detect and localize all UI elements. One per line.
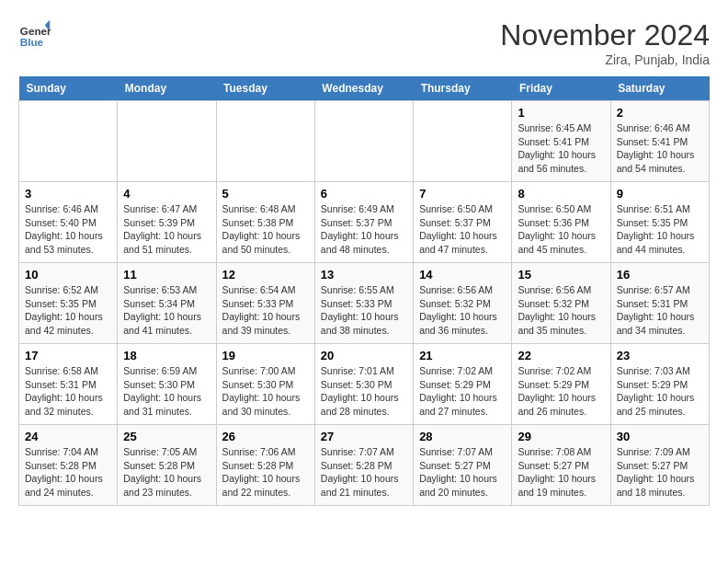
day-info: Sunrise: 6:50 AM Sunset: 5:36 PM Dayligh… <box>518 202 604 257</box>
weekday-header-friday: Friday <box>512 76 610 101</box>
day-info: Sunrise: 6:45 AM Sunset: 5:41 PM Dayligh… <box>518 121 604 176</box>
day-info: Sunrise: 6:59 AM Sunset: 5:30 PM Dayligh… <box>123 364 210 419</box>
day-number: 7 <box>419 187 506 201</box>
day-number: 30 <box>617 430 703 443</box>
calendar-cell: 27Sunrise: 7:07 AM Sunset: 5:28 PM Dayli… <box>314 425 413 506</box>
calendar-cell: 30Sunrise: 7:09 AM Sunset: 5:27 PM Dayli… <box>610 425 709 506</box>
day-info: Sunrise: 6:48 AM Sunset: 5:38 PM Dayligh… <box>222 202 309 257</box>
day-number: 8 <box>518 187 604 201</box>
day-info: Sunrise: 7:07 AM Sunset: 5:28 PM Dayligh… <box>321 445 407 500</box>
day-info: Sunrise: 7:01 AM Sunset: 5:30 PM Dayligh… <box>321 364 407 419</box>
day-info: Sunrise: 7:02 AM Sunset: 5:29 PM Dayligh… <box>518 364 604 419</box>
day-info: Sunrise: 6:57 AM Sunset: 5:31 PM Dayligh… <box>617 283 703 338</box>
calendar-cell: 20Sunrise: 7:01 AM Sunset: 5:30 PM Dayli… <box>314 344 413 425</box>
day-number: 28 <box>419 430 506 443</box>
calendar-cell: 8Sunrise: 6:50 AM Sunset: 5:36 PM Daylig… <box>512 182 610 263</box>
calendar-cell: 25Sunrise: 7:05 AM Sunset: 5:28 PM Dayli… <box>118 425 216 506</box>
day-number: 15 <box>518 268 604 282</box>
weekday-header-wednesday: Wednesday <box>314 76 413 101</box>
day-number: 1 <box>518 106 604 120</box>
day-number: 10 <box>25 268 111 282</box>
calendar-cell: 9Sunrise: 6:51 AM Sunset: 5:35 PM Daylig… <box>610 182 709 263</box>
day-number: 17 <box>25 349 111 362</box>
calendar-cell <box>216 101 314 182</box>
calendar-cell: 28Sunrise: 7:07 AM Sunset: 5:27 PM Dayli… <box>414 425 512 506</box>
calendar-cell: 14Sunrise: 6:56 AM Sunset: 5:32 PM Dayli… <box>414 263 512 344</box>
day-info: Sunrise: 6:52 AM Sunset: 5:35 PM Dayligh… <box>25 283 111 338</box>
calendar-cell: 2Sunrise: 6:46 AM Sunset: 5:41 PM Daylig… <box>610 101 709 182</box>
calendar-cell: 15Sunrise: 6:56 AM Sunset: 5:32 PM Dayli… <box>512 263 610 344</box>
day-number: 21 <box>419 349 506 362</box>
calendar-cell: 22Sunrise: 7:02 AM Sunset: 5:29 PM Dayli… <box>512 344 610 425</box>
calendar-cell: 4Sunrise: 6:47 AM Sunset: 5:39 PM Daylig… <box>118 182 216 263</box>
calendar-cell: 13Sunrise: 6:55 AM Sunset: 5:33 PM Dayli… <box>314 263 413 344</box>
day-number: 25 <box>123 430 210 443</box>
day-info: Sunrise: 7:05 AM Sunset: 5:28 PM Dayligh… <box>123 445 210 500</box>
title-area: November 2024 Zira, Punjab, India <box>500 18 710 67</box>
month-title: November 2024 <box>500 18 710 52</box>
calendar-cell: 29Sunrise: 7:08 AM Sunset: 5:27 PM Dayli… <box>512 425 610 506</box>
calendar-cell: 24Sunrise: 7:04 AM Sunset: 5:28 PM Dayli… <box>19 425 118 506</box>
day-number: 2 <box>617 106 703 120</box>
day-info: Sunrise: 7:00 AM Sunset: 5:30 PM Dayligh… <box>222 364 309 419</box>
day-number: 4 <box>123 187 210 201</box>
day-number: 29 <box>518 430 604 443</box>
logo: General Blue <box>18 18 51 52</box>
day-number: 19 <box>222 349 309 362</box>
day-number: 27 <box>321 430 407 443</box>
weekday-header-monday: Monday <box>118 76 216 101</box>
weekday-header-thursday: Thursday <box>414 76 512 101</box>
calendar-cell: 3Sunrise: 6:46 AM Sunset: 5:40 PM Daylig… <box>19 182 118 263</box>
calendar-cell: 18Sunrise: 6:59 AM Sunset: 5:30 PM Dayli… <box>118 344 216 425</box>
day-info: Sunrise: 7:07 AM Sunset: 5:27 PM Dayligh… <box>419 445 506 500</box>
day-number: 16 <box>617 268 703 282</box>
day-info: Sunrise: 6:51 AM Sunset: 5:35 PM Dayligh… <box>617 202 703 257</box>
day-number: 14 <box>419 268 506 282</box>
calendar-cell: 21Sunrise: 7:02 AM Sunset: 5:29 PM Dayli… <box>414 344 512 425</box>
calendar-cell: 11Sunrise: 6:53 AM Sunset: 5:34 PM Dayli… <box>118 263 216 344</box>
day-info: Sunrise: 6:49 AM Sunset: 5:37 PM Dayligh… <box>321 202 407 257</box>
day-number: 5 <box>222 187 309 201</box>
day-number: 24 <box>25 430 111 443</box>
calendar-cell <box>19 101 118 182</box>
day-info: Sunrise: 6:46 AM Sunset: 5:40 PM Dayligh… <box>25 202 111 257</box>
day-info: Sunrise: 7:06 AM Sunset: 5:28 PM Dayligh… <box>222 445 309 500</box>
day-number: 3 <box>25 187 111 201</box>
calendar-cell: 1Sunrise: 6:45 AM Sunset: 5:41 PM Daylig… <box>512 101 610 182</box>
day-info: Sunrise: 7:09 AM Sunset: 5:27 PM Dayligh… <box>617 445 703 500</box>
calendar-cell: 17Sunrise: 6:58 AM Sunset: 5:31 PM Dayli… <box>19 344 118 425</box>
day-number: 6 <box>321 187 407 201</box>
day-number: 9 <box>617 187 703 201</box>
calendar-cell: 10Sunrise: 6:52 AM Sunset: 5:35 PM Dayli… <box>19 263 118 344</box>
page-header: General Blue November 2024 Zira, Punjab,… <box>18 18 710 67</box>
day-info: Sunrise: 7:03 AM Sunset: 5:29 PM Dayligh… <box>617 364 703 419</box>
day-number: 11 <box>123 268 210 282</box>
calendar-cell: 23Sunrise: 7:03 AM Sunset: 5:29 PM Dayli… <box>610 344 709 425</box>
day-info: Sunrise: 7:02 AM Sunset: 5:29 PM Dayligh… <box>419 364 506 419</box>
calendar-cell: 16Sunrise: 6:57 AM Sunset: 5:31 PM Dayli… <box>610 263 709 344</box>
day-number: 20 <box>321 349 407 362</box>
day-info: Sunrise: 7:08 AM Sunset: 5:27 PM Dayligh… <box>518 445 604 500</box>
day-info: Sunrise: 6:46 AM Sunset: 5:41 PM Dayligh… <box>617 121 703 176</box>
day-info: Sunrise: 7:04 AM Sunset: 5:28 PM Dayligh… <box>25 445 111 500</box>
day-number: 23 <box>617 349 703 362</box>
day-info: Sunrise: 6:47 AM Sunset: 5:39 PM Dayligh… <box>123 202 210 257</box>
weekday-header-saturday: Saturday <box>610 76 709 101</box>
day-info: Sunrise: 6:55 AM Sunset: 5:33 PM Dayligh… <box>321 283 407 338</box>
calendar-cell <box>314 101 413 182</box>
day-info: Sunrise: 6:56 AM Sunset: 5:32 PM Dayligh… <box>419 283 506 338</box>
day-number: 18 <box>123 349 210 362</box>
day-info: Sunrise: 6:50 AM Sunset: 5:37 PM Dayligh… <box>419 202 506 257</box>
day-info: Sunrise: 6:54 AM Sunset: 5:33 PM Dayligh… <box>222 283 309 338</box>
day-info: Sunrise: 6:53 AM Sunset: 5:34 PM Dayligh… <box>123 283 210 338</box>
calendar-cell: 12Sunrise: 6:54 AM Sunset: 5:33 PM Dayli… <box>216 263 314 344</box>
calendar-cell: 19Sunrise: 7:00 AM Sunset: 5:30 PM Dayli… <box>216 344 314 425</box>
calendar-table: SundayMondayTuesdayWednesdayThursdayFrid… <box>18 76 710 506</box>
day-number: 13 <box>321 268 407 282</box>
logo-icon: General Blue <box>18 18 51 52</box>
location-subtitle: Zira, Punjab, India <box>500 52 710 67</box>
weekday-header-sunday: Sunday <box>19 76 118 101</box>
day-number: 26 <box>222 430 309 443</box>
day-info: Sunrise: 6:56 AM Sunset: 5:32 PM Dayligh… <box>518 283 604 338</box>
calendar-cell: 26Sunrise: 7:06 AM Sunset: 5:28 PM Dayli… <box>216 425 314 506</box>
